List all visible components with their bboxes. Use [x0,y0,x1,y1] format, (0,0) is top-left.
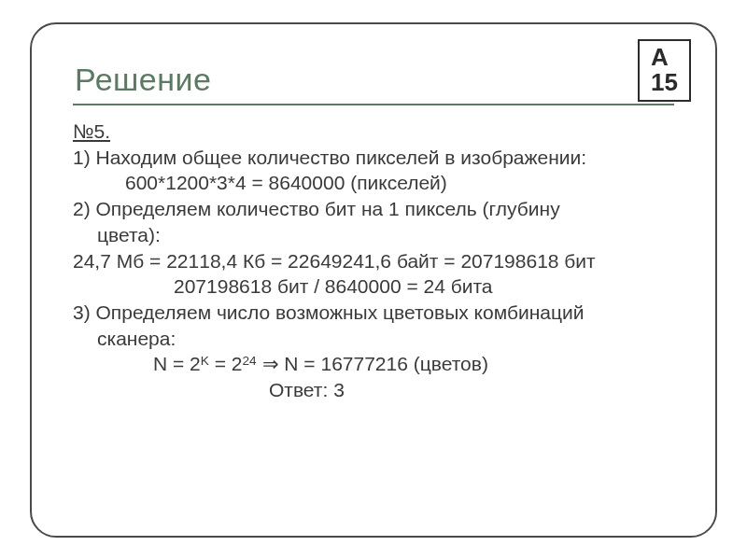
formula-post: ⇒ N = 16777216 (цветов) [257,353,488,374]
solution-body: №5. 1) Находим общее количество пикселей… [73,119,674,403]
step-2-div: 207198618 бит / 8640000 = 24 бита [73,273,674,300]
step-2-conv: 24,7 Мб = 22118,4 Кб = 22649241,6 байт =… [73,248,674,274]
formula-exp-k: K [201,354,209,368]
step-2-cont: цвета): [73,222,674,248]
formula-exp-24: 24 [243,354,257,368]
step-3-formula: N = 2K = 224 ⇒ N = 16777216 (цветов) [73,351,674,377]
step-2: 2) Определяем количество бит на 1 пиксел… [73,196,674,222]
formula-mid: = 2 [209,353,243,374]
answer-line: Ответ: 3 [73,377,674,403]
problem-number: №5. [73,119,674,145]
step-1-calc: 600*1200*3*4 = 8640000 (пикселей) [73,170,674,196]
title-rule [73,104,674,105]
step-3-cont: сканера: [73,326,674,352]
slide: А 15 Решение №5. 1) Находим общее количе… [0,0,747,560]
step-1: 1) Находим общее количество пикселей в и… [73,145,674,171]
formula-pre: N = 2 [153,353,201,374]
slide-title: Решение [75,62,674,98]
content-frame: Решение №5. 1) Находим общее количество … [30,22,717,538]
step-3: 3) Определяем число возможных цветовых к… [73,300,674,326]
